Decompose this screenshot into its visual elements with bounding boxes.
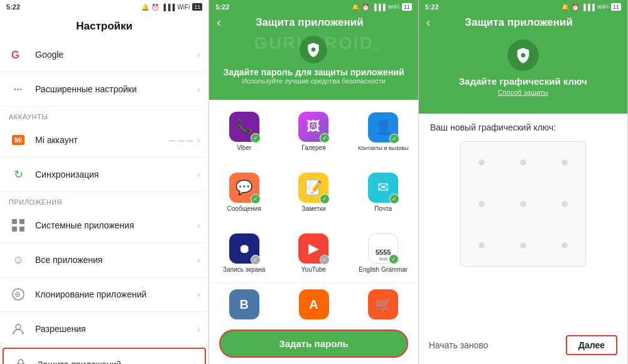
svg-rect-2 [19, 219, 24, 224]
settings-item-app-lock[interactable]: Защита приложений › [3, 348, 206, 364]
screen3-header-content: Задайте графический ключ Способ защиты [419, 33, 627, 105]
status-icons-3: 🔔 ⏰ ▐▐▐ WiFi 11 [561, 3, 621, 11]
settings-item-advanced[interactable]: ••• Расширенные настройки › [0, 72, 208, 107]
screen2-sub2: Используйте лучшие средства безопасности [242, 77, 386, 85]
screen3-link[interactable]: Способ защиты [498, 88, 548, 96]
app-item-notes[interactable]: 📝 ✓ Заметки [279, 161, 349, 222]
pattern-area: Ваш новый графический ключ: [419, 114, 627, 329]
viber-label: Viber [237, 144, 251, 151]
logo-area: GURUDROID .net Задайте пароль для защиты… [209, 33, 418, 91]
time-1: 5:22 [6, 3, 20, 11]
shop-icon: 🛒 [368, 289, 398, 319]
app-item-contacts[interactable]: 👤 ✓ Контакты и вызовы [349, 100, 418, 161]
alarm-icon-2: 🔔 [352, 4, 359, 11]
advanced-arrow: › [197, 84, 200, 94]
dot-3 [544, 142, 585, 183]
settings-item-google[interactable]: G Google › [0, 38, 208, 72]
signal-icon: ▐▐▐ [161, 4, 175, 11]
advanced-label: Расширенные настройки [35, 84, 197, 94]
messages-label: Сообщения [227, 205, 261, 212]
all-apps-label: Все приложения [35, 255, 197, 265]
notes-check: ✓ [320, 194, 330, 204]
section-accounts: АККАУНТЫ [0, 107, 208, 123]
alarm-icon-3: 🔔 [561, 4, 569, 11]
app-item-english[interactable]: 5555 test ✓ English Grammar [349, 222, 418, 282]
app-item-screenrec[interactable]: ⏺ ✓ Запись экрана [209, 222, 279, 282]
svg-point-7 [16, 324, 21, 329]
vk-icon: В [229, 289, 259, 319]
mail-icon: ✉ ✓ [368, 173, 398, 203]
partial-apps-row: В A 🛒 [209, 282, 418, 326]
battery-icon-2: 11 [402, 3, 412, 11]
settings-item-all-apps[interactable]: ☺ Все приложения › [0, 243, 208, 277]
sys-apps-icon [9, 216, 28, 235]
gallery-icon: 🖼 ✓ [298, 112, 328, 142]
set-password-button[interactable]: Задать пароль [219, 329, 408, 358]
app-item-youtube[interactable]: ▶ ✓ YouTube [279, 222, 349, 282]
dot-4 [461, 183, 502, 225]
dot-9 [544, 225, 585, 266]
settings-item-mi[interactable]: Mi Mi аккаунт — — — › [0, 123, 208, 158]
svg-rect-1 [12, 219, 17, 224]
contacts-check: ✓ [389, 134, 399, 144]
app-item-vk[interactable]: В [209, 283, 279, 326]
svg-point-13 [521, 53, 525, 58]
app-item-viber[interactable]: 📞 ✓ Viber [209, 100, 279, 161]
viber-icon: 📞 ✓ [229, 112, 259, 142]
settings-item-sys-apps[interactable]: Системные приложения › [0, 208, 208, 243]
youtube-check: ✓ [320, 255, 330, 265]
english-label: English Grammar [359, 266, 408, 273]
app-item-shop[interactable]: 🛒 [349, 283, 418, 326]
screen3-subtitle: Задайте графический ключ [459, 76, 587, 87]
screenrec-icon: ⏺ ✓ [229, 233, 259, 264]
settings-title: Настройки [0, 14, 208, 38]
settings-item-sync[interactable]: ↻ Синхронизация › [0, 158, 208, 192]
wifi-icon-3: WiFi [597, 4, 609, 10]
settings-item-clone[interactable]: ⊕ Клонирование приложений › [0, 277, 208, 312]
apps-grid: 📞 ✓ Viber 🖼 ✓ Галерея 👤 ✓ Контакты и выз… [209, 100, 418, 282]
next-button[interactable]: Далее [566, 335, 617, 355]
shield-icon [300, 36, 327, 63]
back-button-3[interactable]: ‹ [426, 15, 431, 29]
perms-arrow: › [197, 324, 200, 334]
guru-net: .net [371, 46, 381, 52]
ali-icon: A [299, 289, 329, 319]
status-bar-2: 5:22 🔔 ⏰ ▐▐▐ WiFi 11 [209, 0, 418, 14]
youtube-icon: ▶ ✓ [298, 233, 328, 264]
dot-1 [461, 142, 502, 183]
notes-label: Заметки [301, 205, 325, 212]
settings-item-perms[interactable]: Разрешения › [0, 312, 208, 346]
all-apps-arrow: › [197, 255, 200, 265]
perms-icon [9, 319, 28, 338]
shield-icon-3 [507, 40, 539, 71]
svg-rect-4 [19, 227, 24, 232]
messages-check: ✓ [251, 194, 261, 204]
battery-icon: 11 [192, 3, 202, 11]
clone-icon: ⊕ [9, 285, 28, 304]
contacts-label: Контакты и вызовы [358, 145, 408, 151]
svg-point-12 [311, 48, 316, 52]
green-header-3: 5:22 🔔 ⏰ ▐▐▐ WiFi 11 ‹ Защита приложений… [419, 0, 627, 114]
section-apps: ПРИЛОЖЕНИЯ [0, 192, 208, 208]
signal-icon-2: ▐▐▐ [372, 4, 385, 11]
clone-arrow: › [197, 289, 200, 299]
mi-arrow: › [197, 135, 200, 145]
app-item-gallery[interactable]: 🖼 ✓ Галерея [279, 100, 349, 161]
dot-8 [502, 225, 544, 266]
clone-label: Клонирование приложений [35, 289, 197, 299]
dot-2 [502, 142, 544, 183]
mail-check: ✓ [389, 194, 399, 204]
pattern-grid[interactable] [460, 141, 586, 267]
back-button-2[interactable]: ‹ [217, 15, 221, 29]
restart-button[interactable]: Начать заново [429, 340, 489, 350]
app-item-ali[interactable]: A [279, 283, 349, 326]
app-lock-label: Защита приложений [38, 360, 195, 364]
app-item-mail[interactable]: ✉ ✓ Почта [349, 161, 418, 222]
sync-arrow: › [197, 169, 200, 179]
google-arrow: › [197, 50, 200, 60]
screen-app-protection: 5:22 🔔 ⏰ ▐▐▐ WiFi 11 ‹ Защита приложений… [209, 0, 418, 364]
app-item-messages[interactable]: 💬 ✓ Сообщения [209, 161, 279, 222]
svg-text:G: G [11, 49, 19, 60]
app-lock-icon [11, 355, 30, 364]
app-lock-arrow: › [195, 360, 198, 364]
